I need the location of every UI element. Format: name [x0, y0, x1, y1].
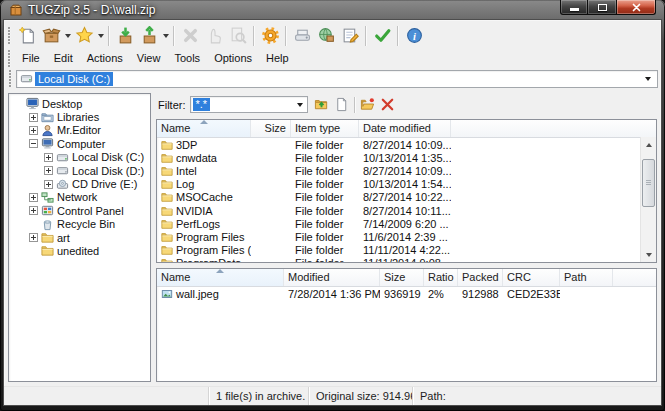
list-row-intel[interactable]: IntelFile folder8/27/2014 10:09...	[157, 164, 656, 177]
cell-name: cnwdata	[157, 152, 251, 164]
list-row-wall-jpeg[interactable]: wall.jpeg7/28/2014 1:36 PM9369192%912988…	[157, 287, 656, 300]
menu-help[interactable]: Help	[259, 51, 296, 65]
tree-item-cd-drive-e[interactable]: CD Drive (E:)	[9, 177, 150, 190]
list-row-program-files-x86[interactable]: Program Files (x86)File folder11/11/2014…	[157, 244, 656, 257]
filter-new-button[interactable]	[332, 95, 352, 115]
file-name-label: PerfLogs	[176, 218, 220, 230]
script-editor-button[interactable]	[338, 24, 362, 47]
desktop-icon	[26, 97, 39, 110]
options-button[interactable]	[258, 24, 282, 47]
filter-combobox-caret-icon[interactable]	[297, 103, 303, 110]
filter-combobox[interactable]: *.*	[190, 96, 308, 113]
tree-item-desktop[interactable]: Desktop	[9, 97, 150, 110]
web-update-button[interactable]	[314, 24, 338, 47]
menubar-grip[interactable]	[8, 50, 11, 67]
tree-item-label: Control Panel	[57, 205, 124, 217]
main-area: DesktopLibrariesMr.EditorComputerLocal D…	[4, 93, 661, 386]
script-editor-icon	[341, 26, 360, 45]
tree-expander-plus-icon[interactable]	[29, 206, 38, 215]
create-sfx-button[interactable]	[290, 24, 314, 47]
minimize-button[interactable]	[560, 0, 588, 15]
toolbar-grip[interactable]	[8, 27, 11, 44]
favorites-button-dropdown-caret[interactable]	[96, 24, 105, 47]
filter-open-button[interactable]	[358, 95, 378, 115]
drive-combobox[interactable]: Local Disk (C:)	[16, 70, 658, 88]
cell-item_type: File folder	[291, 191, 359, 203]
list-row-3dp[interactable]: 3DPFile folder8/27/2014 10:09...	[157, 138, 656, 151]
column-header-date-modified[interactable]: Date modified	[359, 120, 451, 137]
list-row-programdata[interactable]: ProgramDataFile folder11/11/2014 9:08...	[157, 257, 656, 263]
extract-button-dropdown-caret[interactable]	[161, 24, 170, 47]
column-header-ratio[interactable]: Ratio	[424, 269, 458, 286]
filter-add-button[interactable]	[312, 95, 332, 115]
about-button[interactable]: i	[402, 24, 426, 47]
menu-actions[interactable]: Actions	[80, 51, 130, 65]
open-archive-button[interactable]	[39, 24, 63, 47]
column-header-size[interactable]: Size	[380, 269, 424, 286]
close-button[interactable]	[616, 0, 656, 15]
menu-options[interactable]: Options	[207, 51, 259, 65]
info-icon: i	[405, 26, 424, 45]
cell-ratio: 2%	[424, 288, 458, 300]
tree-item-control-panel[interactable]: Control Panel	[9, 204, 150, 217]
scrollbar-track[interactable]	[641, 152, 656, 247]
cell-item_type: File folder	[291, 178, 359, 190]
extract-button[interactable]	[137, 24, 161, 47]
tree-item-recycle-bin[interactable]: Recycle Bin	[9, 218, 150, 231]
list-row-msocache[interactable]: MSOCacheFile folder8/27/2014 10:22...	[157, 191, 656, 204]
drive-combobox-caret-icon[interactable]	[645, 77, 651, 84]
tree-expander-plus-icon[interactable]	[29, 113, 38, 122]
list-row-nvidia[interactable]: NVIDIAFile folder8/27/2014 10:11...	[157, 204, 656, 217]
filter-label: Filter:	[158, 99, 186, 111]
open-archive-button-dropdown-caret[interactable]	[63, 24, 72, 47]
menu-tools[interactable]: Tools	[167, 51, 207, 65]
tree-expander-plus-icon[interactable]	[44, 180, 53, 189]
tree-expander-plus-icon[interactable]	[29, 233, 38, 242]
tree-expander-plus-icon[interactable]	[44, 153, 53, 162]
column-header-item-type[interactable]: Item type	[291, 120, 359, 137]
column-header-modified[interactable]: Modified	[284, 269, 380, 286]
column-header-crc[interactable]: CRC	[503, 269, 560, 286]
column-header-size[interactable]: Size	[251, 120, 291, 137]
verify-button[interactable]	[370, 24, 394, 47]
tree-item-mr-editor[interactable]: Mr.Editor	[9, 124, 150, 137]
tree-item-local-disk-d[interactable]: Local Disk (D:)	[9, 164, 150, 177]
tree-expander-plus-icon[interactable]	[44, 166, 53, 175]
scrollbar-thumb[interactable]	[642, 159, 655, 207]
status-path: Path:	[413, 387, 661, 405]
file-list-scrollbar[interactable]	[640, 137, 656, 262]
filter-delete-button[interactable]	[378, 95, 398, 115]
app-window: TUGZip 3.5 - D:\wall.zip i FileEditActio…	[0, 0, 665, 411]
scroll-down-icon[interactable]	[641, 247, 656, 262]
tree-expander-plus-icon[interactable]	[29, 126, 38, 135]
tree-item-art[interactable]: art	[9, 231, 150, 244]
column-header-name[interactable]: Name	[157, 120, 251, 137]
scroll-up-icon[interactable]	[641, 137, 656, 152]
tree-expander-plus-icon[interactable]	[29, 193, 38, 202]
column-header-name[interactable]: Name	[157, 269, 284, 286]
tree-item-libraries[interactable]: Libraries	[9, 110, 150, 123]
tree-item-computer[interactable]: Computer	[9, 137, 150, 150]
drive-band-grip[interactable]	[9, 70, 12, 87]
list-row-cnwdata[interactable]: cnwdataFile folder10/13/2014 1:35...	[157, 151, 656, 164]
column-header-path[interactable]: Path	[560, 269, 613, 286]
cell-crc: CED2E33B	[503, 288, 560, 300]
new-file-icon	[334, 97, 349, 112]
column-header-packed[interactable]: Packed	[458, 269, 503, 286]
list-row-program-files[interactable]: Program FilesFile folder11/6/2014 2:39 .…	[157, 230, 656, 243]
tree-item-local-disk-c[interactable]: Local Disk (C:)	[9, 151, 150, 164]
tree-expander-minus-icon[interactable]	[29, 139, 38, 148]
list-row-log[interactable]: LogFile folder10/13/2014 1:54...	[157, 178, 656, 191]
list-row-perflogs[interactable]: PerfLogsFile folder7/14/2009 6:20 ...	[157, 217, 656, 230]
maximize-button[interactable]	[588, 0, 616, 15]
menu-view[interactable]: View	[130, 51, 168, 65]
app-icon	[9, 3, 23, 17]
favorites-button[interactable]	[72, 24, 96, 47]
menu-items: FileEditActionsViewToolsOptionsHelp	[15, 51, 296, 65]
new-archive-button[interactable]	[15, 24, 39, 47]
menu-file[interactable]: File	[15, 51, 47, 65]
tree-item-unedited[interactable]: unedited	[9, 244, 150, 257]
tree-item-network[interactable]: Network	[9, 191, 150, 204]
add-files-button[interactable]	[113, 24, 137, 47]
menu-edit[interactable]: Edit	[47, 51, 80, 65]
